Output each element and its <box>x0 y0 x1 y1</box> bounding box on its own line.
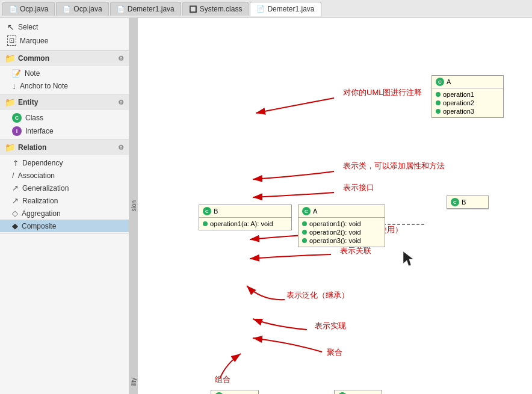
java-icon-3: 📄 <box>117 5 125 13</box>
sidebar-item-dependency[interactable]: ↗ Dependency <box>0 156 129 169</box>
uml-class-icon-a-top: C <box>436 78 444 86</box>
cursor-icon: ↖ <box>7 22 14 32</box>
tab-ocp2[interactable]: 📄 Ocp.java <box>56 2 108 16</box>
uml-method-b-op1: operation1(a: A): void <box>203 220 288 228</box>
uml-method-a3: operation3 <box>436 107 500 115</box>
uml-box-b-small-top[interactable]: C B <box>447 195 489 209</box>
section-common-header[interactable]: 📁 Common ⚙ <box>0 51 129 66</box>
method-dot-b-op1 <box>203 221 208 226</box>
left-edge-bottom: ility <box>129 370 138 394</box>
annotation-composite: 组合 <box>215 374 230 385</box>
note-icon: 📝 <box>12 69 21 78</box>
uml-box-a-top-body: operation1 operation2 operation3 <box>432 88 503 117</box>
uml-box-a-bottom[interactable]: C A <box>334 390 382 394</box>
uml-class-icon-b-small: C <box>451 198 459 206</box>
method-dot-a3 <box>436 109 441 114</box>
marquee-icon: ⊡ <box>7 35 16 46</box>
annotation-generalization: 表示泛化（继承） <box>286 290 349 301</box>
tab-system-class[interactable]: 🔲 System.class <box>182 2 249 16</box>
uml-method-amid-op2: operation2(): void <box>302 228 381 236</box>
section-entity: 📁 Entity ⚙ C Class I Interface <box>0 94 129 140</box>
left-edge-indicator: sion <box>129 18 138 394</box>
section-relation-header[interactable]: 📁 Relation ⚙ <box>0 140 129 155</box>
uml-box-b-mid[interactable]: C B operation1(a: A): void <box>199 205 292 230</box>
uml-box-b-bottom[interactable]: C B <box>211 390 259 394</box>
sidebar-item-association[interactable]: / Association <box>0 169 129 182</box>
method-dot-amid1 <box>302 221 307 226</box>
main-layout: ↖ Select ⊡ Marquee 📁 Common ⚙ 📝 Note <box>0 18 532 394</box>
uml-class-icon-a-mid: C <box>302 207 311 215</box>
method-dot-a2 <box>436 100 441 105</box>
sidebar-item-anchor[interactable]: ↓ Anchor to Note <box>0 79 129 93</box>
sidebar-item-interface[interactable]: I Interface <box>0 125 129 138</box>
section-entity-header[interactable]: 📁 Entity ⚙ <box>0 94 129 110</box>
folder-icon-relation: 📁 <box>5 143 15 152</box>
folder-icon-common: 📁 <box>5 54 15 63</box>
gear-icon-relation[interactable]: ⚙ <box>118 144 124 152</box>
generalization-icon: ↗ <box>12 183 19 192</box>
edge-label-ility: ility <box>131 378 137 386</box>
uml-box-b-mid-header: C B <box>199 205 291 218</box>
method-dot-a1 <box>436 92 441 97</box>
tab-bar: 📄 Ocp.java 📄 Ocp.java 📄 Demeter1.java 🔲 … <box>0 0 532 18</box>
sidebar: ↖ Select ⊡ Marquee 📁 Common ⚙ 📝 Note <box>0 18 129 394</box>
annotation-realization: 表示实现 <box>315 321 346 331</box>
entity-items: C Class I Interface <box>0 110 129 139</box>
uml-box-b-mid-body: operation1(a: A): void <box>199 218 291 230</box>
svg-marker-5 <box>403 251 413 266</box>
uml-box-a-top[interactable]: C A operation1 operation2 operation3 <box>431 75 504 118</box>
edge-label-sion: sion <box>131 200 137 211</box>
uml-method-a1: operation1 <box>436 90 500 99</box>
canvas-area: sion ility <box>129 18 532 394</box>
association-icon: / <box>12 171 14 180</box>
uml-box-a-bottom-header: C A <box>335 390 382 394</box>
select-tool[interactable]: ↖ Select <box>0 20 129 34</box>
uml-box-a-mid[interactable]: C A operation1(): void operation2(): voi… <box>298 205 385 247</box>
java-icon-2: 📄 <box>63 5 71 13</box>
method-dot-amid2 <box>302 230 307 235</box>
sidebar-item-class[interactable]: C Class <box>0 111 129 125</box>
class-icon-green: C <box>12 113 22 123</box>
annotation-interface: 表示接口 <box>343 182 374 193</box>
java-icon-1: 📄 <box>9 5 17 13</box>
sidebar-item-aggregation[interactable]: ◇ Aggregation <box>0 207 129 220</box>
anchor-icon: ↓ <box>12 81 16 91</box>
uml-box-a-top-header: C A <box>432 76 503 88</box>
java-icon-5: 📄 <box>256 5 265 13</box>
interface-icon: I <box>12 126 22 136</box>
gear-icon-common[interactable]: ⚙ <box>118 55 124 63</box>
dependency-icon: ↗ <box>10 157 20 168</box>
aggregation-icon: ◇ <box>12 209 18 218</box>
annotation-class: 表示类，可以添加属性和方法 <box>343 161 445 171</box>
uml-box-a-mid-body: operation1(): void operation2(): void op… <box>298 218 385 247</box>
method-dot-amid3 <box>302 238 307 243</box>
tab-demeter1[interactable]: 📄 Demeter1.java <box>110 2 181 16</box>
folder-icon-entity: 📁 <box>5 97 15 107</box>
tab-ocp1[interactable]: 📄 Ocp.java <box>2 2 55 16</box>
uml-method-a2: operation2 <box>436 99 500 107</box>
tab-demeter1-active[interactable]: 📄 Demeter1.java <box>250 2 321 16</box>
section-relation: 📁 Relation ⚙ ↗ Dependency / Association … <box>0 140 129 234</box>
uml-method-amid-op1: operation1(): void <box>302 220 381 228</box>
realization-icon: ↗ <box>12 196 19 205</box>
gear-icon-entity[interactable]: ⚙ <box>118 99 124 106</box>
sidebar-item-composite[interactable]: ◆ Composite <box>0 220 129 232</box>
sidebar-item-note[interactable]: 📝 Note <box>0 67 129 79</box>
common-items: 📝 Note ↓ Anchor to Note <box>0 66 129 94</box>
sidebar-item-generalization[interactable]: ↗ Generalization <box>0 182 129 194</box>
class-icon: 🔲 <box>189 5 197 13</box>
tool-items: ↖ Select ⊡ Marquee <box>0 18 129 51</box>
relation-items: ↗ Dependency / Association ↗ Generalizat… <box>0 155 129 233</box>
composite-icon: ◆ <box>12 221 18 230</box>
uml-box-b-bottom-header: C B <box>211 390 258 394</box>
marquee-tool[interactable]: ⊡ Marquee <box>0 34 129 48</box>
sidebar-item-realization[interactable]: ↗ Realization <box>0 194 129 207</box>
uml-class-icon-b-mid: C <box>203 207 211 215</box>
annotation-note: 对你的UML图进行注释 <box>343 87 422 98</box>
uml-box-a-mid-header: C A <box>298 205 385 218</box>
annotation-aggregation: 聚合 <box>327 347 342 358</box>
uml-method-amid-op3: operation3(): void <box>302 236 381 245</box>
uml-box-b-small-top-header: C B <box>447 196 488 209</box>
section-common: 📁 Common ⚙ 📝 Note ↓ Anchor to Note <box>0 51 129 94</box>
